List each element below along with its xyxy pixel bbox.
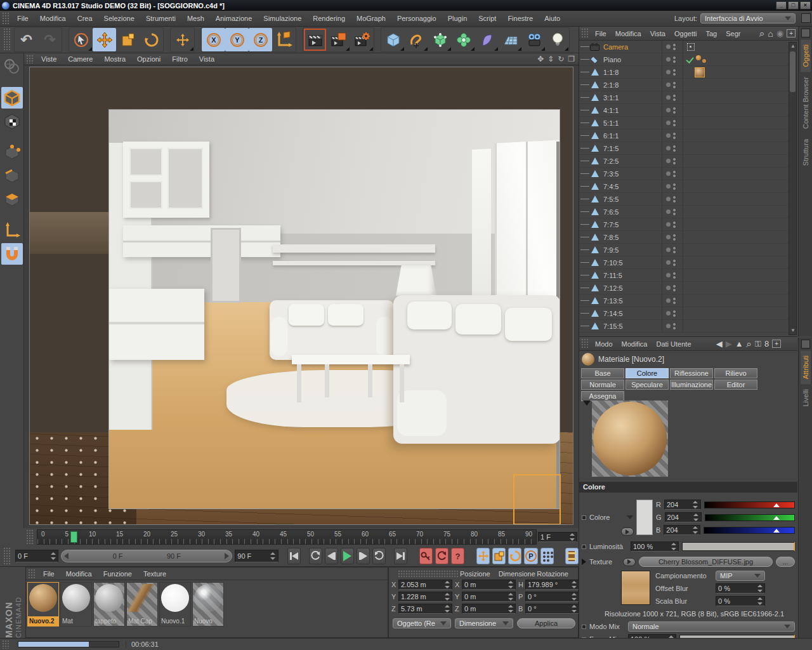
- visibility-toggles[interactable]: [662, 155, 683, 167]
- range-left-handle[interactable]: [64, 553, 69, 559]
- visibility-toggles[interactable]: [662, 180, 683, 192]
- position-field[interactable]: 1.228 m: [398, 592, 452, 602]
- menu-item[interactable]: File: [11, 13, 34, 24]
- material-tile[interactable]: Nuovo.2: [27, 582, 59, 627]
- add-cube-object-button[interactable]: [381, 28, 405, 51]
- lock-y-axis-button[interactable]: Y: [225, 28, 249, 51]
- object-list-scrollbar[interactable]: ▲ ▼: [789, 42, 797, 335]
- visibility-toggles[interactable]: [662, 282, 683, 294]
- object-row[interactable]: Piano: [579, 53, 791, 66]
- object-tags[interactable]: [686, 194, 724, 204]
- blue-field[interactable]: 204: [664, 525, 700, 535]
- keyframe-selection-button[interactable]: ?: [451, 548, 464, 564]
- sampling-select[interactable]: MIP: [716, 571, 765, 581]
- object-tags[interactable]: [686, 182, 724, 192]
- material-channel-tab[interactable]: Editor: [714, 380, 757, 390]
- model-mode-button[interactable]: [1, 87, 23, 109]
- material-channel-tab[interactable]: Colore: [625, 368, 669, 378]
- timeline-playhead[interactable]: [70, 531, 77, 543]
- add-deformer-button[interactable]: [475, 28, 499, 51]
- key-parameter-button[interactable]: P: [524, 548, 538, 564]
- object-manager-menu-item[interactable]: Oggetti: [670, 28, 701, 39]
- menu-item[interactable]: Selezione: [98, 13, 140, 24]
- visibility-toggles[interactable]: [662, 269, 683, 281]
- object-row[interactable]: 7:4:5: [579, 180, 791, 193]
- previous-frame-button[interactable]: [325, 548, 338, 564]
- material-tile[interactable]: Nuovo.1: [159, 582, 191, 627]
- restore-button[interactable]: □: [788, 1, 799, 10]
- go-to-start-button[interactable]: [287, 548, 301, 564]
- dock-icon[interactable]: [801, 29, 810, 37]
- menu-item[interactable]: Aiuto: [539, 13, 566, 24]
- key-pla-button[interactable]: [540, 548, 554, 564]
- render-view-button[interactable]: [303, 28, 327, 51]
- viewport-canvas[interactable]: [29, 67, 573, 525]
- dimension-field[interactable]: 0 m: [462, 592, 516, 602]
- timeline-ruler[interactable]: 051015202530354045505560657075808590: [37, 529, 537, 545]
- object-tags[interactable]: [686, 156, 724, 166]
- collapse-icon[interactable]: [583, 401, 591, 406]
- autokey-button[interactable]: [435, 548, 449, 564]
- play-backwards-button[interactable]: [309, 548, 322, 564]
- material-channel-tab[interactable]: Illuminazione: [670, 380, 713, 390]
- object-manager-menu-item[interactable]: File: [591, 28, 611, 39]
- green-slider[interactable]: [705, 514, 795, 521]
- timeline-grip[interactable]: [26, 529, 34, 545]
- rotation-field[interactable]: 0 °: [525, 604, 579, 614]
- object-tags[interactable]: [686, 283, 724, 293]
- object-row[interactable]: 1:1:8: [579, 66, 791, 79]
- rotation-field[interactable]: 179.989 °: [525, 580, 579, 590]
- visibility-toggles[interactable]: [662, 295, 683, 307]
- material-tile[interactable]: Mat Cap: [126, 582, 158, 627]
- menu-item[interactable]: Script: [473, 13, 502, 24]
- menubar-grip[interactable]: [2, 12, 10, 25]
- object-tags[interactable]: [686, 42, 724, 52]
- rotate-tool[interactable]: [140, 28, 163, 51]
- object-row[interactable]: 7:2:5: [579, 155, 791, 168]
- object-row[interactable]: 7:6:5: [579, 206, 791, 218]
- object-tags[interactable]: [686, 118, 724, 128]
- visibility-toggles[interactable]: [662, 320, 683, 332]
- object-tags[interactable]: [686, 321, 724, 331]
- menu-item[interactable]: Strumenti: [140, 13, 181, 24]
- current-frame-field[interactable]: 1 F: [538, 532, 577, 542]
- add-modeling-object-button[interactable]: [452, 28, 475, 51]
- view-rotate-icon[interactable]: ↻: [558, 55, 564, 63]
- render-settings-button[interactable]: [350, 28, 374, 51]
- visibility-toggles[interactable]: [662, 231, 683, 243]
- object-tags[interactable]: [686, 131, 724, 141]
- visibility-toggles[interactable]: [662, 168, 683, 180]
- texture-thumbnail[interactable]: [621, 571, 650, 605]
- material-channel-tab[interactable]: Speculare: [625, 380, 669, 390]
- material-channel-tab[interactable]: Riflessione: [670, 368, 713, 378]
- record-keyframe-button[interactable]: [419, 548, 433, 564]
- visibility-toggles[interactable]: [662, 66, 683, 78]
- menu-item[interactable]: MoGraph: [351, 13, 391, 24]
- color-expand-icon[interactable]: [627, 515, 633, 519]
- material-preview[interactable]: [592, 401, 668, 477]
- mix-mode-checkbox[interactable]: [582, 625, 586, 629]
- texture-mode-button[interactable]: [1, 110, 23, 132]
- edges-mode-button[interactable]: [1, 165, 23, 187]
- viewport-menu-item[interactable]: Mostra: [98, 54, 131, 64]
- visibility-toggles[interactable]: [662, 142, 683, 154]
- object-tags[interactable]: [686, 105, 724, 116]
- object-row[interactable]: 2:1:8: [579, 79, 791, 91]
- mix-mode-select[interactable]: Normale: [628, 621, 795, 632]
- coordinates-grip[interactable]: [398, 570, 459, 578]
- last-used-tool[interactable]: [171, 28, 194, 51]
- object-tags[interactable]: [686, 143, 724, 154]
- attribute-menu-item[interactable]: Modifica: [617, 338, 652, 350]
- brightness-field[interactable]: 100 %: [631, 541, 679, 552]
- red-slider[interactable]: [704, 501, 795, 508]
- visibility-toggles[interactable]: [662, 193, 683, 205]
- attr-search-icon[interactable]: ⌕: [747, 338, 752, 350]
- position-field[interactable]: 5.73 m: [398, 604, 452, 614]
- dock-tab[interactable]: Oggetti: [801, 39, 811, 72]
- attribute-grip[interactable]: [581, 338, 589, 349]
- axis-mode-button[interactable]: [1, 220, 23, 241]
- material-menu-item[interactable]: Texture: [138, 568, 172, 580]
- status-grip[interactable]: [2, 640, 10, 649]
- visibility-toggles[interactable]: [662, 79, 683, 91]
- visibility-toggles[interactable]: [662, 206, 683, 218]
